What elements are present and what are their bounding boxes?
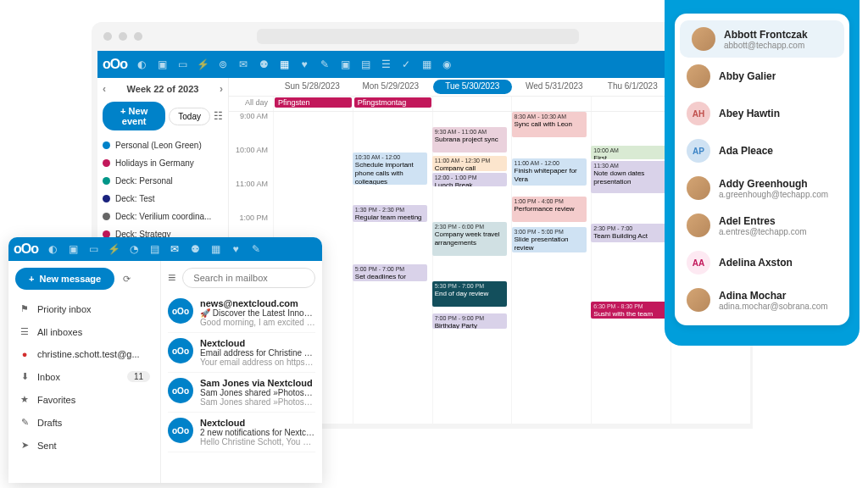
contact-name: Ada Pleace xyxy=(719,145,773,157)
allday-cell[interactable] xyxy=(591,97,670,111)
menu-icon[interactable]: ≡ xyxy=(168,270,175,286)
day-header[interactable]: Sun 5/28/2023 xyxy=(273,78,352,96)
calendar-item-label: Deck: Verilium coordina... xyxy=(115,212,211,221)
allday-cell[interactable] xyxy=(432,97,512,111)
calendar-item-label: Deck: Test xyxy=(115,194,155,203)
contact-avatar xyxy=(687,176,710,200)
mail-nav-item[interactable]: ⚑Priority inbox xyxy=(15,298,153,319)
heart-icon[interactable]: ♥ xyxy=(226,240,245,258)
mail-nav-item[interactable]: ●christine.schott.test@g... xyxy=(15,344,153,364)
calendar-event[interactable]: 11:30 AMNote down dates presentation xyxy=(591,161,665,193)
contact-item[interactable]: Adina Mocharadina.mochar@sobrana.com xyxy=(675,281,849,319)
search-icon[interactable]: ⊚ xyxy=(214,55,232,74)
contact-item[interactable]: Adel Entresa.entres@techapp.com xyxy=(675,207,849,244)
allday-event[interactable]: Pfingsten xyxy=(275,97,352,108)
talk-icon[interactable]: ◔ xyxy=(125,240,143,258)
day-header[interactable]: Wed 5/31/2023 xyxy=(515,78,594,96)
briefcase-icon[interactable]: ▣ xyxy=(336,55,354,74)
week-label: Week 22 of 2023 xyxy=(127,84,199,94)
edit-icon[interactable]: ✎ xyxy=(247,240,265,258)
url-bar[interactable] xyxy=(257,29,579,44)
calendar-event[interactable]: 11:00 AM - 12:00Finish whitepaper for Ve… xyxy=(512,158,587,186)
mail-item[interactable]: oOoNextcloud2 new notifications for Next… xyxy=(168,413,315,452)
activity-icon[interactable]: ⚡ xyxy=(104,240,123,258)
new-event-button[interactable]: + New event xyxy=(103,102,165,130)
day-header[interactable]: Tue 5/30/2023 xyxy=(433,80,512,94)
mail-nav-item[interactable]: ☰All inboxes xyxy=(15,321,153,342)
allday-cell[interactable]: Pfingstmontag xyxy=(353,97,432,111)
files-icon[interactable]: ▣ xyxy=(64,240,82,258)
next-week-button[interactable]: › xyxy=(220,83,223,95)
calendar-event[interactable]: 10:00 AMFirst xyxy=(591,146,665,159)
calendar-event[interactable]: 5:00 PM - 7:00 PMSet deadlines for repor… xyxy=(353,264,427,281)
search-input[interactable] xyxy=(182,268,315,288)
day-header[interactable]: Thu 6/1/2023 xyxy=(593,78,672,96)
allday-cell[interactable]: Pfingsten xyxy=(273,97,353,111)
calendar-list-item[interactable]: Holidays in Germany xyxy=(103,157,223,169)
photos-icon[interactable]: ▭ xyxy=(84,240,103,258)
contact-item[interactable]: AAAdelina Axston xyxy=(675,244,849,281)
mail-nav-item[interactable]: ✎Drafts xyxy=(15,412,153,433)
dashboard-icon[interactable]: ◐ xyxy=(132,55,151,74)
grid-toggle-icon[interactable]: ☷ xyxy=(214,110,223,122)
calendar-event[interactable]: 7:00 PM - 9:00 PMBirthday Party xyxy=(432,313,507,329)
mail-nav-label: All inboxes xyxy=(37,327,82,337)
contact-name: Adel Entres xyxy=(719,215,807,227)
calendar-event[interactable]: 2:30 PM - 6:00 PMCompany week travel arr… xyxy=(432,222,507,256)
calendar-event[interactable]: 12:00 - 1:00 PMLunch Break xyxy=(432,173,507,186)
refresh-icon[interactable]: ⟳ xyxy=(123,274,131,285)
calendar-event[interactable]: 6:30 PM - 8:30 PMSushi with the team xyxy=(591,302,665,319)
day-header[interactable]: Mon 5/29/2023 xyxy=(352,78,431,96)
dashboard-icon[interactable]: ◐ xyxy=(43,240,62,258)
prev-week-button[interactable]: ‹ xyxy=(103,83,106,95)
mail-icon[interactable]: ✉ xyxy=(234,55,253,74)
today-button[interactable]: Today xyxy=(169,108,210,125)
calendar-event[interactable]: 2:30 PM - 7:00Team Building Act xyxy=(591,224,665,242)
new-message-button[interactable]: + New message xyxy=(15,268,114,290)
edit-icon[interactable]: ✎ xyxy=(315,55,334,74)
calendar-event[interactable]: 8:30 AM - 10:30 AMSync call with Leon xyxy=(512,112,587,137)
allday-cell[interactable] xyxy=(511,97,591,111)
archive-icon[interactable]: ▤ xyxy=(356,55,375,74)
mail-item[interactable]: oOoSam Jones via NextcloudSam Jones shar… xyxy=(168,373,315,413)
contact-item[interactable]: Abbott Frontczakabbott@techapp.com xyxy=(680,20,844,58)
calendar-list-item[interactable]: Deck: Personal xyxy=(103,175,223,187)
calendar-icon[interactable]: ▦ xyxy=(275,55,293,74)
heart-icon[interactable]: ♥ xyxy=(295,55,314,74)
notes-icon[interactable]: ▤ xyxy=(145,240,164,258)
mail-nav-item[interactable]: ⬇Inbox11 xyxy=(15,366,153,387)
calendar-icon[interactable]: ▦ xyxy=(206,240,225,258)
calendar-event[interactable]: 3:00 PM - 5:00 PMSlide presentation revi… xyxy=(512,227,587,252)
mail-icon[interactable]: ✉ xyxy=(165,240,184,258)
calendar-event[interactable]: 5:30 PM - 7:00 PMEnd of day review xyxy=(432,281,507,307)
calendar-list-item[interactable]: Deck: Test xyxy=(103,192,223,205)
calendar-color-dot xyxy=(103,177,110,185)
calendar-event[interactable]: 9:30 AM - 11:00 AMSubrana project sync xyxy=(432,127,507,152)
contacts-icon[interactable]: ⚉ xyxy=(186,240,204,258)
list-icon[interactable]: ☰ xyxy=(376,55,395,74)
mail-item[interactable]: oOonews@nextcloud.com🚀 Discover the Late… xyxy=(168,293,315,333)
calendar-event[interactable]: 1:30 PM - 2:30 PMRegular team meeting xyxy=(353,205,427,222)
check-icon[interactable]: ✓ xyxy=(397,55,415,74)
calendar-color-dot xyxy=(103,159,110,167)
pin-icon[interactable]: ◉ xyxy=(437,55,456,74)
contact-item[interactable]: AHAbey Hawtin xyxy=(675,95,849,132)
grid-icon[interactable]: ▦ xyxy=(417,55,436,74)
calendar-event[interactable]: 1:00 PM - 4:00 PMPerformance review xyxy=(512,197,587,222)
calendar-list-item[interactable]: Deck: Verilium coordina... xyxy=(103,210,223,223)
allday-event[interactable]: Pfingstmontag xyxy=(354,97,431,108)
contacts-icon[interactable]: ⚉ xyxy=(254,55,273,74)
calendar-event[interactable]: 10:30 AM - 12:00Schedule important phone… xyxy=(353,152,427,185)
mail-item[interactable]: oOoNextcloudEmail address for Christine … xyxy=(168,333,315,373)
calendar-event[interactable]: 11:00 AM - 12:30 PMCompany call xyxy=(432,156,507,171)
photos-icon[interactable]: ▭ xyxy=(173,55,192,74)
contact-item[interactable]: APAda Pleace xyxy=(675,132,849,169)
activity-icon[interactable]: ⚡ xyxy=(193,55,212,74)
mail-avatar: oOo xyxy=(168,378,193,403)
mail-nav-item[interactable]: ★Favorites xyxy=(15,389,153,410)
calendar-list-item[interactable]: Personal (Leon Green) xyxy=(103,139,223,152)
contact-item[interactable]: Addy Greenhougha.greenhough@techapp.com xyxy=(675,169,849,207)
contact-item[interactable]: Abby Galier xyxy=(675,58,849,95)
mail-nav-item[interactable]: ➤Sent xyxy=(15,435,153,456)
files-icon[interactable]: ▣ xyxy=(153,55,171,74)
